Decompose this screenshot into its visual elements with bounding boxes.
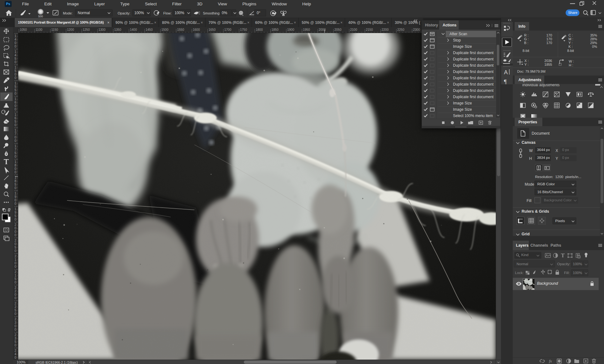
svg-text:Duplicate first document: Duplicate first document bbox=[453, 63, 494, 68]
svg-text:4: 4 bbox=[14, 53, 16, 57]
svg-text:6: 6 bbox=[14, 116, 16, 120]
svg-text:1350: 1350 bbox=[114, 28, 121, 31]
svg-text:0: 0 bbox=[14, 312, 16, 316]
svg-text:5: 5 bbox=[14, 246, 16, 249]
svg-text:5: 5 bbox=[14, 69, 16, 73]
svg-text:2: 2 bbox=[14, 305, 16, 309]
svg-text:Image Size: Image Size bbox=[453, 107, 472, 112]
svg-text:1: 1 bbox=[14, 81, 16, 85]
svg-text:1: 1 bbox=[14, 34, 16, 38]
svg-text:0: 0 bbox=[14, 155, 16, 158]
svg-text:0: 0 bbox=[14, 202, 16, 205]
svg-text:1050: 1050 bbox=[20, 28, 27, 31]
svg-text:1700: 1700 bbox=[224, 28, 232, 31]
svg-text:1250: 1250 bbox=[83, 28, 90, 31]
svg-text:5: 5 bbox=[14, 214, 16, 218]
svg-text:Duplicate first document: Duplicate first document bbox=[453, 95, 494, 99]
svg-text:1: 1 bbox=[14, 160, 16, 164]
svg-text:Duplicate first document: Duplicate first document bbox=[453, 57, 494, 61]
svg-text:1: 1 bbox=[14, 97, 16, 101]
svg-text:1400: 1400 bbox=[130, 28, 137, 31]
svg-text:0: 0 bbox=[14, 186, 16, 190]
svg-text:Image Size: Image Size bbox=[453, 44, 472, 49]
svg-text:0: 0 bbox=[14, 76, 16, 80]
svg-text:1750: 1750 bbox=[240, 28, 247, 31]
svg-text:0: 0 bbox=[14, 230, 16, 233]
svg-text:0: 0 bbox=[14, 242, 16, 246]
svg-text:0: 0 bbox=[14, 227, 16, 230]
svg-text:2150: 2150 bbox=[366, 28, 373, 31]
svg-text:0: 0 bbox=[14, 233, 16, 237]
svg-text:Individual adjustments: Individual adjustments bbox=[522, 84, 560, 87]
svg-text:5: 5 bbox=[14, 120, 16, 123]
svg-text:1200: 1200 bbox=[67, 28, 74, 31]
svg-text:3: 3 bbox=[14, 337, 16, 340]
svg-text:0: 0 bbox=[14, 45, 16, 48]
svg-text:1: 1 bbox=[14, 192, 16, 195]
svg-text:1300: 1300 bbox=[98, 28, 106, 31]
svg-text:Duplicate first document: Duplicate first document bbox=[453, 82, 494, 87]
svg-text:5: 5 bbox=[14, 151, 16, 155]
svg-text:1: 1 bbox=[14, 207, 16, 211]
svg-text:7: 7 bbox=[14, 132, 16, 136]
svg-text:0: 0 bbox=[14, 108, 16, 111]
svg-text:After Scan: After Scan bbox=[450, 32, 467, 36]
svg-text:1: 1 bbox=[14, 113, 16, 116]
svg-text:9: 9 bbox=[14, 211, 16, 214]
svg-text:3: 3 bbox=[14, 321, 16, 324]
svg-text:0: 0 bbox=[14, 324, 16, 328]
svg-text:0: 0 bbox=[14, 249, 16, 253]
svg-text:Duplicate first document: Duplicate first document bbox=[453, 76, 494, 80]
svg-text:2: 2 bbox=[14, 333, 16, 337]
svg-text:8: 8 bbox=[14, 164, 16, 167]
svg-text:0: 0 bbox=[14, 344, 16, 347]
svg-text:0: 0 bbox=[14, 218, 16, 221]
svg-text:0: 0 bbox=[14, 60, 16, 64]
svg-text:1100: 1100 bbox=[36, 28, 42, 31]
svg-text:1: 1 bbox=[14, 274, 16, 277]
svg-text:0: 0 bbox=[14, 261, 16, 265]
svg-text:6: 6 bbox=[14, 101, 16, 104]
svg-text:1850: 1850 bbox=[271, 28, 279, 31]
svg-text:2250: 2250 bbox=[397, 28, 405, 31]
svg-text:0: 0 bbox=[14, 265, 16, 268]
svg-text:1950: 1950 bbox=[303, 28, 310, 31]
svg-text:0: 0 bbox=[14, 199, 16, 202]
svg-text:1900: 1900 bbox=[287, 28, 294, 31]
svg-text:0: 0 bbox=[14, 136, 16, 139]
svg-text:1600: 1600 bbox=[193, 28, 200, 31]
svg-text:1: 1 bbox=[14, 129, 16, 132]
svg-text:0: 0 bbox=[14, 293, 16, 296]
svg-text:2: 2 bbox=[14, 289, 16, 293]
svg-text:0: 0 bbox=[14, 167, 16, 171]
svg-text:Duplicate first document: Duplicate first document bbox=[453, 88, 494, 93]
svg-text:2200: 2200 bbox=[382, 28, 389, 31]
svg-text:Stop: Stop bbox=[453, 38, 461, 42]
svg-text:0: 0 bbox=[14, 356, 16, 359]
svg-text:1: 1 bbox=[14, 66, 16, 69]
svg-text:5: 5 bbox=[14, 85, 16, 88]
svg-text:0: 0 bbox=[14, 139, 16, 143]
svg-text:fx: fx bbox=[549, 359, 552, 363]
svg-text:0: 0 bbox=[14, 41, 16, 45]
svg-text:500: 500 bbox=[38, 15, 43, 18]
svg-text:2300: 2300 bbox=[413, 28, 420, 31]
svg-text:2: 2 bbox=[14, 317, 16, 321]
svg-text:1: 1 bbox=[14, 258, 16, 261]
svg-text:5: 5 bbox=[14, 309, 16, 312]
svg-text:1500: 1500 bbox=[161, 28, 169, 31]
svg-text:5: 5 bbox=[14, 57, 16, 60]
svg-text:7: 7 bbox=[14, 148, 16, 151]
svg-text:2: 2 bbox=[14, 286, 16, 289]
svg-text:1: 1 bbox=[14, 50, 16, 53]
svg-text:Duplicate first document: Duplicate first document bbox=[453, 51, 494, 55]
svg-text:1150: 1150 bbox=[51, 28, 58, 31]
svg-text:1650: 1650 bbox=[209, 28, 216, 31]
svg-text:2: 2 bbox=[14, 223, 16, 227]
svg-text:2: 2 bbox=[14, 349, 16, 352]
svg-text:0: 0 bbox=[14, 104, 16, 108]
svg-text:0: 0 bbox=[14, 171, 16, 174]
svg-text:1: 1 bbox=[14, 176, 16, 179]
svg-text:2050: 2050 bbox=[334, 28, 342, 31]
svg-text:Duplicate first document: Duplicate first document bbox=[453, 70, 494, 74]
